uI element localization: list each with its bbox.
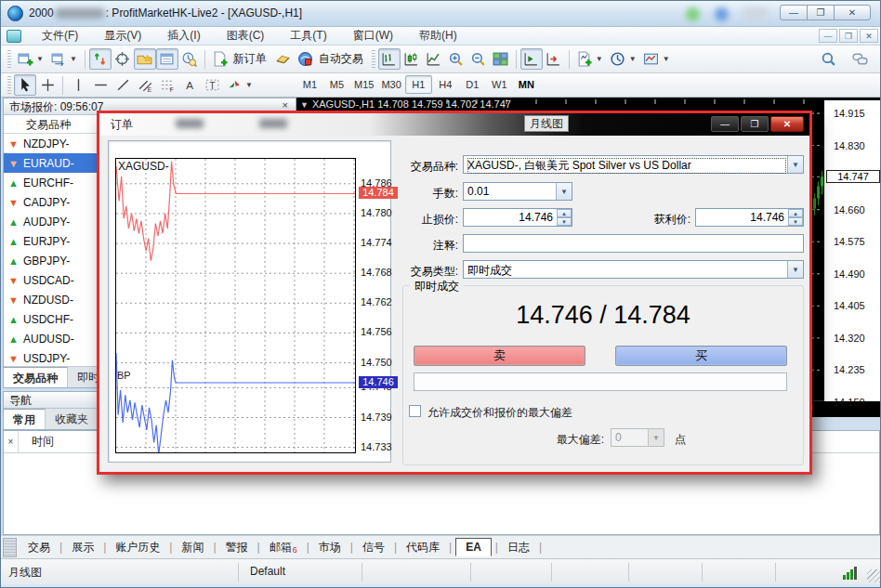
chevron-down-icon[interactable]: ▼ (300, 100, 309, 110)
timeframe-button[interactable]: W1 (486, 75, 513, 94)
menu-item[interactable]: 显示(V) (91, 26, 154, 46)
new-chart-button[interactable] (14, 48, 36, 70)
arrows-button[interactable] (223, 74, 245, 96)
menu-item[interactable]: 图表(C) (214, 26, 278, 46)
dialog-minimize-button[interactable]: — (711, 116, 739, 132)
close-icon[interactable]: × (4, 431, 19, 452)
new-order-label[interactable]: 新订单 (233, 51, 267, 67)
indicators-button[interactable] (573, 48, 596, 70)
tab-favorites[interactable]: 收藏夹 (46, 409, 99, 429)
crosshair-button[interactable] (36, 74, 59, 96)
menu-item[interactable]: 文件(F) (29, 26, 91, 46)
chevron-down-icon[interactable]: ▼ (787, 156, 803, 173)
terminal-tab[interactable]: 交易 (22, 537, 56, 558)
volume-select[interactable]: 0.01▼ (463, 182, 572, 201)
mdi-minimize-button[interactable]: — (819, 29, 837, 43)
terminal-tab[interactable]: 市场 (313, 537, 347, 558)
deviation-checkbox-label[interactable]: 允许成交价和报价的最大偏差 (427, 405, 572, 421)
chart-profiles-button[interactable] (47, 48, 70, 70)
text-label-button[interactable]: T (201, 74, 223, 96)
cursor-button[interactable] (14, 74, 36, 96)
auto-trading-button[interactable] (295, 48, 317, 70)
terminal-tab[interactable]: EA (455, 538, 492, 556)
order-type-select[interactable]: 即时成交▼ (463, 260, 804, 279)
chevron-down-icon[interactable]: ▼ (787, 261, 803, 278)
timeframe-button[interactable]: M30 (377, 75, 404, 94)
symbol-select[interactable]: XAGUSD-, 白银美元 Spot Silver vs US Dollar▼ (463, 155, 804, 174)
equidistant-channel-button[interactable]: E (134, 74, 156, 96)
price-scale[interactable]: 14.91514.83014.74714.66014.57514.49014.4… (824, 100, 881, 401)
dialog-maximize-button[interactable]: ❐ (741, 116, 769, 132)
chart-shift-button[interactable] (543, 48, 565, 70)
spin-up-icon[interactable]: ▲ (557, 209, 572, 217)
candlestick-chart-button[interactable] (401, 48, 423, 70)
close-icon[interactable]: × (283, 99, 288, 111)
metaeditor-button[interactable] (272, 48, 295, 70)
tab-symbols[interactable]: 交易品种 (4, 367, 68, 387)
comment-input[interactable] (463, 234, 804, 253)
spin-down-icon[interactable]: ▼ (557, 217, 572, 226)
search-icon[interactable] (817, 48, 839, 70)
buy-button[interactable]: 买 (615, 346, 787, 366)
tab-common[interactable]: 常用 (4, 409, 46, 429)
terminal-tab[interactable]: 警报 (220, 537, 254, 558)
mdi-restore-button[interactable]: ❐ (839, 29, 858, 43)
toolbar-grip[interactable] (7, 76, 11, 95)
market-watch-toggle-button[interactable] (89, 48, 112, 70)
timeframe-button[interactable]: H4 (432, 75, 459, 94)
zoom-out-button[interactable] (467, 48, 490, 70)
timeframe-button[interactable]: D1 (459, 75, 486, 94)
strategy-tester-button[interactable] (178, 48, 201, 70)
chart-profiles-dropdown[interactable]: ▼ (70, 55, 77, 63)
deviation-checkbox[interactable] (409, 405, 421, 417)
panel-grip-icon[interactable] (3, 538, 17, 557)
close-button[interactable]: ✕ (834, 5, 871, 20)
order-dialog-titlebar[interactable]: 订单 — ❐ ✕ (99, 113, 809, 136)
text-button[interactable]: A (178, 74, 201, 96)
menu-item[interactable]: 帮助(H) (406, 26, 470, 46)
templates-button[interactable] (640, 48, 663, 70)
terminal-tab[interactable]: 展示 (66, 537, 99, 558)
vertical-line-button[interactable] (67, 74, 89, 96)
dialog-close-button[interactable]: ✕ (770, 116, 804, 132)
terminal-tab[interactable]: 代码库 (401, 537, 445, 558)
terminal-toggle-button[interactable] (156, 48, 178, 70)
terminal-tab[interactable]: 邮箱6 (264, 537, 303, 558)
menu-item[interactable]: 插入(I) (154, 26, 213, 46)
terminal-tab[interactable]: 日志 (502, 537, 535, 558)
auto-scroll-button[interactable] (520, 48, 543, 70)
resize-grip[interactable] (867, 569, 880, 582)
timeframe-button[interactable]: MN (513, 75, 540, 94)
chevron-down-icon[interactable]: ▼ (648, 429, 664, 446)
minimize-button[interactable]: — (780, 5, 808, 20)
navigator-toggle-button[interactable] (134, 48, 156, 70)
arrows-dropdown[interactable]: ▼ (245, 81, 253, 89)
menu-item[interactable]: 窗口(W) (340, 26, 406, 46)
spin-up-icon[interactable]: ▲ (788, 209, 803, 217)
terminal-tab[interactable]: 信号 (357, 537, 390, 558)
auto-trading-label[interactable]: 自动交易 (319, 51, 363, 67)
data-window-button[interactable] (112, 48, 134, 70)
toolbar-grip[interactable] (7, 50, 11, 69)
toolbar-grip[interactable] (372, 50, 375, 69)
timeframe-button[interactable]: M15 (350, 75, 377, 94)
bar-chart-button[interactable] (378, 48, 401, 70)
chat-icon[interactable] (848, 48, 871, 70)
periods-button[interactable] (607, 48, 629, 70)
trendline-button[interactable] (112, 74, 134, 96)
take-profit-input[interactable]: 14.746▲▼ (695, 208, 804, 227)
sell-button[interactable]: 卖 (414, 346, 585, 366)
mdi-close-button[interactable]: ✕ (860, 29, 878, 43)
timeframe-button[interactable]: H1 (405, 75, 432, 94)
tile-windows-button[interactable] (490, 48, 512, 70)
terminal-tab[interactable]: 新闻 (176, 537, 209, 558)
stop-loss-input[interactable]: 14.746▲▼ (463, 208, 572, 227)
new-order-button[interactable] (209, 48, 231, 70)
menu-item[interactable]: 工具(T) (277, 26, 339, 46)
periods-dropdown[interactable]: ▼ (629, 55, 637, 63)
horizontal-line-button[interactable] (89, 74, 112, 96)
timeframe-button[interactable]: M1 (296, 75, 323, 94)
timeframe-button[interactable]: M5 (323, 75, 350, 94)
templates-dropdown[interactable]: ▼ (663, 55, 670, 63)
fibonacci-button[interactable]: F (156, 74, 178, 96)
